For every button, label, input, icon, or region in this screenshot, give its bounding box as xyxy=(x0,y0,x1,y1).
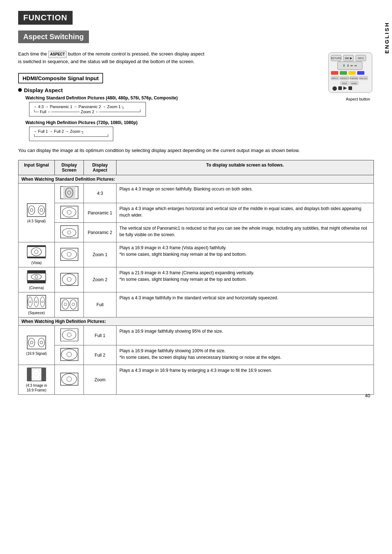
remote-svg: RETURN OK ▶ INFO ⬆ ⬇ ⬅ ➡ INPUT ASPECT P.… xyxy=(327,51,374,94)
signal-icon-cinema xyxy=(26,270,46,284)
display-screen-cell xyxy=(55,184,84,203)
svg-rect-49 xyxy=(60,248,78,260)
display-screen-cell-zoom2 xyxy=(55,267,84,292)
aspect-name-pan2: Panoramic 2 xyxy=(84,223,117,242)
svg-rect-35 xyxy=(63,186,75,199)
description-pan1: Plays a 4:3 image which enlarges horizon… xyxy=(117,203,374,223)
svg-text:ASPECT: ASPECT xyxy=(340,77,349,79)
svg-text:HDMI: HDMI xyxy=(351,82,357,85)
svg-point-32 xyxy=(30,209,33,212)
sd-flow-row1: → 4:3 → Panoramic 1 → Panoramic 2 → Zoom… xyxy=(33,104,142,109)
svg-rect-41 xyxy=(60,226,78,238)
svg-point-73 xyxy=(28,338,35,347)
svg-point-42 xyxy=(62,229,76,237)
section-row-sd: When Watching Standard Definition Pictur… xyxy=(19,175,374,184)
page-number: 40 xyxy=(365,393,370,398)
signal-cell-cinema: (Cinema) xyxy=(19,267,55,292)
table-row: Full 2 Plays a 16:9 image faithfully sho… xyxy=(19,345,374,365)
signal-cell-squeeze: (Squeeze) xyxy=(19,292,55,317)
table-row: (4:3 Image in 16:9 Frame) Zoom Plays a 4… xyxy=(19,365,374,395)
signal-cell-169: (16:9 Signal) xyxy=(19,326,55,365)
svg-rect-77 xyxy=(60,329,78,341)
svg-point-70 xyxy=(64,303,67,306)
table-row: Panoramic 1 Plays a 4:3 image which enla… xyxy=(19,203,374,223)
sd-flow-section: Watching Standard Definition Pictures (4… xyxy=(25,95,374,116)
svg-rect-57 xyxy=(60,273,78,286)
svg-point-83 xyxy=(61,349,77,360)
display-screen-cell-pan2 xyxy=(55,223,84,242)
english-label: ENGLISH xyxy=(384,22,390,54)
svg-text:FAV.CH: FAV.CH xyxy=(360,77,367,79)
intro-text2: button of the remote control is pressed,… xyxy=(68,51,204,57)
aspect-key: ASPECT xyxy=(48,51,67,58)
sd-flow-title: Watching Standard Definition Pictures (4… xyxy=(25,95,374,100)
svg-point-69 xyxy=(70,300,77,309)
svg-text:P.MODE: P.MODE xyxy=(350,77,358,79)
svg-text:OK ▶: OK ▶ xyxy=(345,57,352,60)
display-screen-icon-pan2 xyxy=(60,225,79,239)
hd-flow-title: Watching High Definition Pictures (720p,… xyxy=(25,120,374,125)
aspect-table: Input Signal DisplayScreen DisplayAspect… xyxy=(18,160,374,395)
svg-point-50 xyxy=(61,250,77,259)
signal-icon-vista xyxy=(26,245,46,259)
svg-point-51 xyxy=(67,252,71,256)
svg-text:RGB: RGB xyxy=(342,82,347,85)
description-full-sd: Plays a 4:3 image faithfully in the stan… xyxy=(117,292,374,317)
svg-point-81 xyxy=(67,333,71,337)
aspect-name-cell: 4:3 xyxy=(84,184,117,203)
col-display-aspect: DisplayAspect xyxy=(84,160,117,175)
description-full2: Plays a 16:9 image faithfully showing 10… xyxy=(117,345,374,365)
svg-text:INFO: INFO xyxy=(358,57,364,59)
aspect-name-full-sd: Full xyxy=(84,292,117,317)
signal-label-cinema: (Cinema) xyxy=(21,286,52,290)
svg-point-48 xyxy=(34,250,38,254)
signal-label-43in169-2: 16:9 Frame) xyxy=(21,388,52,392)
hd-flow-row2: └─────────────────────────┘ xyxy=(33,134,109,139)
main-description: You can display the image at its optimum… xyxy=(18,147,345,155)
svg-rect-9 xyxy=(331,71,338,75)
intro-text3: is switched in sequence, and the status … xyxy=(18,59,195,64)
svg-rect-45 xyxy=(27,245,46,247)
svg-point-84 xyxy=(66,352,71,357)
svg-point-65 xyxy=(36,301,37,303)
hd-section-label: When Watching High Definition Pictures: xyxy=(19,317,374,326)
sd-flow-container: → 4:3 → Panoramic 1 → Panoramic 2 → Zoom… xyxy=(29,102,374,116)
svg-rect-10 xyxy=(340,71,347,75)
svg-rect-11 xyxy=(348,71,356,75)
signal-label-43in169: (4:3 Image in xyxy=(21,383,52,387)
sd-section-label: When Watching Standard Definition Pictur… xyxy=(19,175,374,184)
signal-cell: (4:3 Signal) xyxy=(19,184,55,242)
aspect-name-zoom2: Zoom 2 xyxy=(84,267,117,292)
remote-control-image: RETURN OK ▶ INFO ⬆ ⬇ ⬅ ➡ INPUT ASPECT P.… xyxy=(327,51,374,101)
col-display-screen: DisplayScreen xyxy=(55,160,84,175)
svg-rect-67 xyxy=(60,298,78,311)
svg-rect-90 xyxy=(60,373,78,385)
signal-cell-43in169: (4:3 Image in 16:9 Frame) xyxy=(19,365,55,395)
aspect-name-zoom1: Zoom 1 xyxy=(84,242,117,267)
svg-rect-78 xyxy=(60,329,78,329)
svg-point-47 xyxy=(31,248,41,256)
svg-point-25 xyxy=(332,86,337,91)
description-cell: Plays a 4:3 image on screen faithfully. … xyxy=(117,184,374,203)
svg-rect-82 xyxy=(60,348,78,361)
display-screen-cell-pan1 xyxy=(55,203,84,223)
hd-flow-container: → Full 1 → Full 2 → Zoom ┐ └────────────… xyxy=(29,127,374,141)
table-body: When Watching Standard Definition Pictur… xyxy=(19,175,374,395)
svg-point-39 xyxy=(62,208,76,217)
signal-icon-43in169 xyxy=(26,367,46,382)
svg-rect-38 xyxy=(60,206,78,218)
svg-rect-28 xyxy=(348,86,352,90)
svg-point-40 xyxy=(67,210,71,214)
intro-paragraph: Each time the ASPECT button of the remot… xyxy=(18,50,290,66)
function-label: FUNCTION xyxy=(18,11,73,25)
english-sidebar: ENGLISH xyxy=(381,0,392,406)
svg-rect-60 xyxy=(27,295,46,308)
hdmi-title: HDMI/Composite Signal Input xyxy=(18,73,103,83)
svg-point-76 xyxy=(40,341,43,344)
svg-point-75 xyxy=(30,341,33,344)
aspect-button-label: Aspect button xyxy=(327,97,370,101)
signal-cell-vista: (Vista) xyxy=(19,242,55,267)
svg-rect-87 xyxy=(41,368,46,381)
signal-label-43: (4:3 Signal) xyxy=(21,219,52,223)
svg-point-58 xyxy=(62,274,76,285)
